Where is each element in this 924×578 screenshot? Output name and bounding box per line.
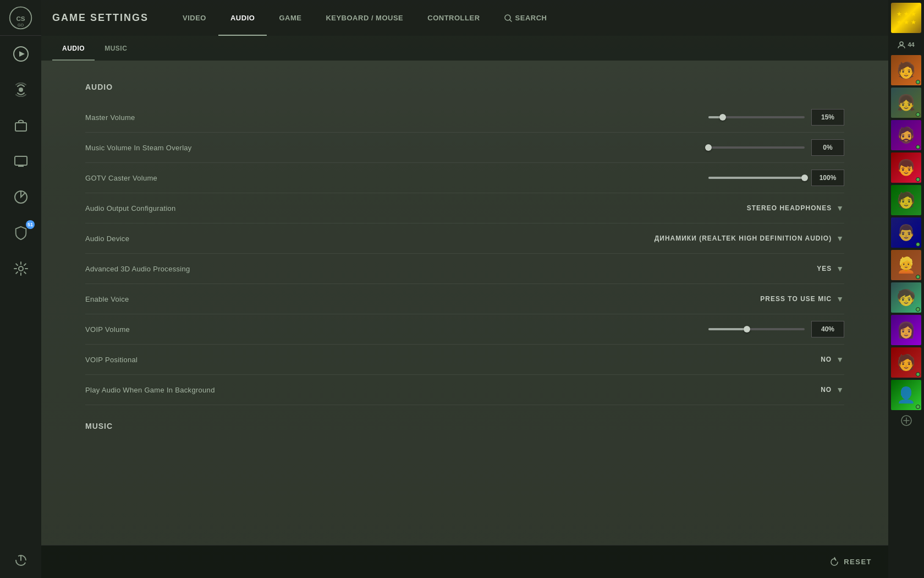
- avatar-face-9: 👩: [891, 315, 921, 345]
- sidebar-item-shield[interactable]: 51: [0, 215, 41, 250]
- reset-label: RESET: [844, 558, 872, 566]
- audio-output-label: Audio Output Configuration: [85, 204, 747, 212]
- master-volume-track[interactable]: [708, 116, 805, 118]
- music-volume-track[interactable]: [708, 146, 805, 149]
- friend-avatar-1[interactable]: 🧑: [891, 55, 921, 85]
- enable-voice-label: Enable Voice: [85, 295, 760, 303]
- sub-tabs: Audio Music: [41, 36, 888, 61]
- setting-voip-volume: VOIP Volume 40%: [85, 314, 844, 345]
- sub-tab-audio[interactable]: Audio: [52, 36, 95, 61]
- sidebar-item-play[interactable]: [0, 36, 41, 72]
- setting-music-volume: Music Volume In Steam Overlay 0%: [85, 133, 844, 163]
- section-audio-title: Audio: [85, 83, 844, 91]
- 3d-audio-chevron-icon: ▼: [836, 264, 844, 273]
- audio-device-control: ДИНАМИКИ (REALTEK HIGH DEFINITION AUDIO)…: [654, 231, 844, 246]
- svg-rect-6: [15, 123, 26, 131]
- right-sidebar: ★ ★ ★ ★ ★ ★ 44 🧑 👧 🧔 👦: [888, 0, 924, 578]
- voip-volume-track[interactable]: [708, 328, 805, 330]
- friend-avatar-4[interactable]: 👦: [891, 152, 921, 183]
- sidebar-item-stats[interactable]: [0, 179, 41, 215]
- friend-avatar-5[interactable]: 🧑: [891, 185, 921, 215]
- reset-button[interactable]: RESET: [829, 557, 872, 567]
- svg-line-15: [510, 20, 512, 21]
- audio-device-dropdown[interactable]: ДИНАМИКИ (REALTEK HIGH DEFINITION AUDIO)…: [654, 231, 844, 246]
- gotv-volume-track[interactable]: [708, 177, 805, 179]
- setting-bg-audio: Play Audio When Game In Background NO ▼: [85, 375, 844, 405]
- voip-volume-thumb[interactable]: [744, 326, 750, 332]
- enable-voice-chevron-icon: ▼: [836, 295, 844, 303]
- friend-avatar-7[interactable]: 👱: [891, 250, 921, 280]
- enable-voice-dropdown[interactable]: PRESS TO USE MIC ▼: [760, 292, 844, 306]
- online-indicator-3: [916, 145, 920, 149]
- tab-controller[interactable]: Controller: [415, 0, 492, 36]
- add-friend-button[interactable]: [891, 412, 921, 429]
- sub-tab-music[interactable]: Music: [95, 36, 137, 61]
- audio-output-value: STEREO HEADPHONES: [747, 204, 832, 212]
- sidebar-icons: 51: [0, 36, 41, 542]
- audio-output-chevron-icon: ▼: [836, 204, 844, 212]
- bg-audio-control: NO ▼: [821, 383, 844, 397]
- sidebar-power-button[interactable]: [0, 542, 41, 578]
- 3d-audio-control: YES ▼: [817, 261, 844, 276]
- friend-avatar-8[interactable]: 🧒: [891, 282, 921, 313]
- gotv-volume-value: 100%: [811, 170, 844, 186]
- voip-positional-chevron-icon: ▼: [836, 355, 844, 364]
- voip-volume-slider-container[interactable]: 40%: [708, 321, 844, 337]
- friends-count: 44: [908, 41, 914, 48]
- setting-enable-voice: Enable Voice PRESS TO USE MIC ▼: [85, 284, 844, 314]
- setting-audio-device: Audio Device ДИНАМИКИ (REALTEK HIGH DEFI…: [85, 223, 844, 254]
- master-volume-slider-container[interactable]: 15%: [708, 109, 844, 126]
- tab-game[interactable]: Game: [267, 0, 314, 36]
- tab-keyboard-mouse[interactable]: Keyboard / Mouse: [314, 0, 415, 36]
- music-volume-slider-container[interactable]: 0%: [708, 139, 844, 156]
- 3d-audio-dropdown[interactable]: YES ▼: [817, 261, 844, 276]
- page-title: GAME SETTINGS: [52, 12, 148, 24]
- online-indicator-8: [916, 307, 920, 312]
- voip-volume-control: 40%: [708, 321, 844, 337]
- friend-avatar-3[interactable]: 🧔: [891, 120, 921, 150]
- sidebar-item-tv[interactable]: [0, 143, 41, 179]
- audio-device-label: Audio Device: [85, 235, 654, 243]
- friend-avatar-2[interactable]: 👧: [891, 88, 921, 118]
- enable-voice-value: PRESS TO USE MIC: [760, 295, 832, 303]
- cs-logo[interactable]: CS GO: [0, 0, 41, 36]
- setting-3d-audio: Advanced 3D Audio Processing YES ▼: [85, 254, 844, 284]
- bg-audio-chevron-icon: ▼: [836, 385, 844, 394]
- master-volume-thumb[interactable]: [719, 114, 726, 121]
- online-indicator-1: [916, 80, 920, 84]
- audio-output-dropdown[interactable]: STEREO HEADPHONES ▼: [747, 201, 844, 215]
- friends-icon: [898, 41, 905, 48]
- voip-positional-dropdown[interactable]: NO ▼: [821, 352, 844, 367]
- tab-audio[interactable]: Audio: [218, 0, 267, 36]
- gotv-volume-thumb[interactable]: [801, 175, 808, 181]
- svg-point-11: [19, 266, 23, 271]
- rank-badge: ★ ★ ★ ★ ★ ★: [891, 3, 921, 33]
- 3d-audio-label: Advanced 3D Audio Processing: [85, 265, 817, 273]
- friend-avatar-9[interactable]: 👩: [891, 315, 921, 345]
- top-bar: GAME SETTINGS Video Audio Game Keyboard …: [41, 0, 888, 36]
- gotv-volume-fill: [708, 177, 805, 179]
- friend-avatar-11[interactable]: 👤: [891, 380, 921, 410]
- bg-audio-value: NO: [821, 386, 832, 394]
- friend-avatar-10[interactable]: 🧑: [891, 347, 921, 378]
- music-volume-label: Music Volume In Steam Overlay: [85, 144, 708, 152]
- avatar-face-5: 🧑: [891, 185, 921, 215]
- bg-audio-dropdown[interactable]: NO ▼: [821, 383, 844, 397]
- gotv-volume-control: 100%: [708, 170, 844, 186]
- sidebar-item-broadcast[interactable]: [0, 72, 41, 107]
- 3d-audio-value: YES: [817, 265, 832, 272]
- setting-audio-output: Audio Output Configuration STEREO HEADPH…: [85, 193, 844, 223]
- section-music-title: Music: [85, 422, 844, 430]
- setting-voip-positional: VOIP Positional NO ▼: [85, 345, 844, 375]
- music-volume-thumb[interactable]: [705, 144, 712, 151]
- tab-video[interactable]: Video: [170, 0, 218, 36]
- enable-voice-control: PRESS TO USE MIC ▼: [760, 292, 844, 306]
- friend-avatar-6[interactable]: 👨: [891, 217, 921, 248]
- master-volume-control: 15%: [708, 109, 844, 126]
- gotv-volume-slider-container[interactable]: 100%: [708, 170, 844, 186]
- friends-count-row: 44: [891, 36, 921, 53]
- sidebar-item-settings[interactable]: [0, 250, 41, 286]
- sidebar-item-inventory[interactable]: [0, 107, 41, 143]
- music-volume-value: 0%: [811, 139, 844, 156]
- search-tab[interactable]: Search: [492, 0, 559, 36]
